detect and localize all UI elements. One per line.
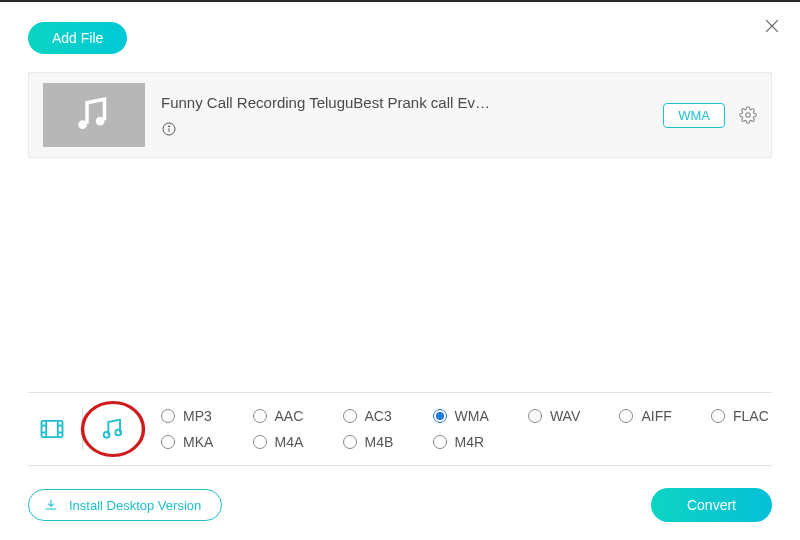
svg-point-14 [115,430,121,436]
gear-icon[interactable] [739,106,757,124]
video-tab-icon[interactable] [28,405,76,453]
format-option-ac3[interactable]: AC3 [343,408,397,424]
audio-thumbnail [43,83,145,147]
format-label: AAC [275,408,304,424]
format-label: FLAC [733,408,769,424]
format-option-aac[interactable]: AAC [253,408,307,424]
add-file-button[interactable]: Add File [28,22,127,54]
format-option-m4a[interactable]: M4A [253,434,307,450]
format-label: M4R [455,434,485,450]
svg-point-4 [168,125,169,126]
install-desktop-button[interactable]: Install Desktop Version [28,489,222,521]
format-label: AIFF [641,408,671,424]
format-option-m4r[interactable]: M4R [433,434,492,450]
svg-point-5 [746,113,751,118]
format-option-wma[interactable]: WMA [433,408,492,424]
format-panel: MP3AACAC3WMAWAVAIFFFLACMKAM4AM4BM4R [28,392,772,466]
install-desktop-label: Install Desktop Version [69,498,201,513]
file-title: Funny Call Recording TeluguBest Prank ca… [161,94,647,111]
format-option-wav[interactable]: WAV [528,408,584,424]
close-icon[interactable] [762,16,782,36]
format-option-m4b[interactable]: M4B [343,434,397,450]
format-label: M4B [365,434,394,450]
format-option-flac[interactable]: FLAC [711,408,772,424]
format-label: M4A [275,434,304,450]
separator [82,408,83,450]
svg-point-13 [104,432,110,438]
download-icon [43,497,59,513]
format-label: AC3 [365,408,392,424]
format-label: MP3 [183,408,212,424]
file-item: Funny Call Recording TeluguBest Prank ca… [28,72,772,158]
convert-button[interactable]: Convert [651,488,772,522]
format-option-aiff[interactable]: AIFF [619,408,675,424]
audio-tab-icon[interactable] [89,405,137,453]
format-label: WAV [550,408,580,424]
format-label: MKA [183,434,213,450]
format-option-mka[interactable]: MKA [161,434,217,450]
output-format-badge[interactable]: WMA [663,103,725,128]
format-label: WMA [455,408,489,424]
info-icon[interactable] [161,121,177,137]
svg-rect-6 [42,421,63,437]
format-option-mp3[interactable]: MP3 [161,408,217,424]
